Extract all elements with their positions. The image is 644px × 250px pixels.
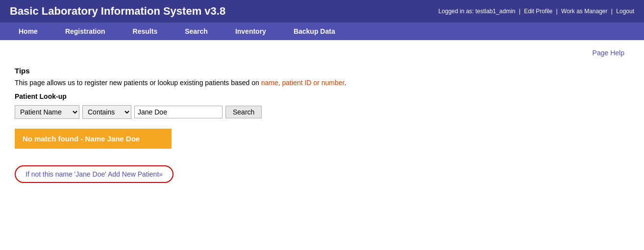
tips-suffix: . bbox=[344, 79, 346, 87]
nav-inventory[interactable]: Inventory bbox=[222, 23, 280, 40]
work-as-link[interactable]: Work as Manager bbox=[561, 8, 607, 15]
page-help-link[interactable]: Page Help bbox=[15, 45, 629, 59]
search-by-select[interactable]: Patient Name Patient ID Patient Number bbox=[15, 105, 79, 119]
separator-2: | bbox=[556, 8, 559, 15]
header-info: Logged in as: testlab1_admin | Edit Prof… bbox=[439, 8, 634, 15]
app-title: Basic Laboratory Information System v3.8 bbox=[10, 5, 225, 18]
add-patient-arrow: » bbox=[159, 170, 163, 178]
no-match-banner: No match found - Name Jane Doe bbox=[15, 129, 629, 159]
search-input[interactable] bbox=[134, 106, 223, 118]
header: Basic Laboratory Information System v3.8… bbox=[0, 0, 644, 23]
main-nav: Home Registration Results Search Invento… bbox=[0, 23, 644, 40]
no-match-text: No match found - Name Jane Doe bbox=[15, 129, 172, 149]
condition-select[interactable]: Contains Equals Starts with bbox=[82, 105, 131, 119]
tips-section: Tips This page allows us to register new… bbox=[15, 67, 629, 100]
nav-home[interactable]: Home bbox=[5, 23, 51, 40]
patient-lookup-title: Patient Look-up bbox=[15, 92, 629, 100]
add-new-patient-link[interactable]: If not this name 'Jane Doe' Add New Pati… bbox=[15, 165, 173, 183]
nav-registration[interactable]: Registration bbox=[51, 23, 119, 40]
separator-3: | bbox=[611, 8, 614, 15]
search-button[interactable]: Search bbox=[225, 106, 262, 118]
add-patient-container: If not this name 'Jane Doe' Add New Pati… bbox=[15, 163, 629, 183]
search-form: Patient Name Patient ID Patient Number C… bbox=[15, 105, 629, 119]
logout-link[interactable]: Logout bbox=[616, 8, 634, 15]
main-content: Page Help Tips This page allows us to re… bbox=[0, 40, 644, 198]
tips-prefix: This page allows us to register new pati… bbox=[15, 79, 261, 87]
logged-in-label: Logged in as: testlab1_admin bbox=[439, 8, 516, 15]
nav-results[interactable]: Results bbox=[119, 23, 172, 40]
tips-title: Tips bbox=[15, 67, 629, 75]
nav-backup-data[interactable]: Backup Data bbox=[280, 23, 349, 40]
tips-highlight: name, patient ID or number bbox=[261, 79, 345, 87]
add-patient-label: If not this name 'Jane Doe' Add New Pati… bbox=[25, 170, 159, 178]
separator-1: | bbox=[519, 8, 522, 15]
edit-profile-link[interactable]: Edit Profile bbox=[524, 8, 552, 15]
tips-text: This page allows us to register new pati… bbox=[15, 79, 629, 87]
nav-search[interactable]: Search bbox=[171, 23, 222, 40]
